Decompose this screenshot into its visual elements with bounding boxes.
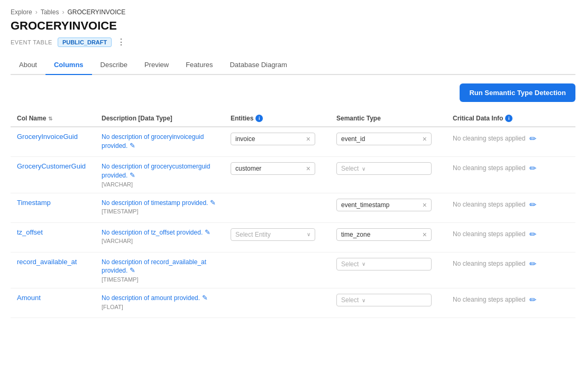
- entity-tag[interactable]: invoice ×: [231, 133, 315, 145]
- col-name-cell: GroceryCustomerGuid: [17, 162, 102, 170]
- table-meta: EVENT TABLE PUBLIC_DRAFT ⋮: [11, 37, 575, 47]
- critical-data-cell: No cleaning steps applied ✏: [453, 199, 569, 210]
- semantic-select-placeholder: Select: [341, 165, 359, 172]
- col-name-value[interactable]: record_available_at: [17, 256, 77, 266]
- data-type: [VARCHAR]: [102, 181, 224, 188]
- breadcrumb-sep-1: ›: [35, 8, 38, 16]
- critical-edit-button[interactable]: ✏: [529, 162, 536, 173]
- semantic-chevron-icon: ∨: [362, 297, 365, 303]
- col-name-value[interactable]: GroceryCustomerGuid: [17, 160, 86, 170]
- semantic-select-placeholder: Select: [341, 260, 359, 268]
- description-text: No description of tz_offset provided.: [102, 229, 203, 236]
- semantic-remove-button[interactable]: ×: [423, 231, 427, 238]
- description-edit-icon[interactable]: ✎: [130, 266, 135, 274]
- semantic-tag[interactable]: event_id ×: [336, 133, 432, 145]
- semantic-tag-value: time_zone: [341, 231, 419, 238]
- semantic-type-cell: event_id ×: [336, 133, 453, 145]
- semantic-remove-button[interactable]: ×: [423, 201, 427, 209]
- entity-cell: customer ×: [231, 162, 336, 175]
- table-row: TimestampNo description of timestamp pro…: [11, 193, 575, 223]
- data-type: [VARCHAR]: [102, 238, 224, 244]
- critical-info-icon[interactable]: i: [505, 115, 512, 122]
- semantic-tag[interactable]: event_timestamp ×: [336, 199, 432, 211]
- description-cell: No description of grocerycustomerguid pr…: [102, 162, 231, 188]
- rows-container: GroceryInvoiceGuidNo description of groc…: [11, 127, 575, 318]
- breadcrumb: Explore › Tables › GROCERYINVOICE: [11, 8, 575, 16]
- th-entities: Entities i: [231, 115, 336, 122]
- entity-chevron-icon: ∨: [307, 231, 310, 237]
- tab-columns[interactable]: Columns: [45, 55, 92, 75]
- tab-database-diagram[interactable]: Database Diagram: [221, 55, 295, 75]
- tab-describe[interactable]: Describe: [92, 55, 136, 75]
- semantic-select[interactable]: Select ∨: [336, 162, 432, 175]
- critical-text: No cleaning steps applied: [453, 294, 525, 303]
- critical-text: No cleaning steps applied: [453, 133, 525, 142]
- critical-text: No cleaning steps applied: [453, 258, 525, 267]
- th-col-name: Col Name ⇅: [17, 115, 102, 122]
- semantic-type-cell: event_timestamp ×: [336, 199, 453, 211]
- critical-edit-button[interactable]: ✏: [529, 258, 536, 269]
- entity-select[interactable]: Select Entity ∨: [231, 228, 315, 241]
- semantic-select[interactable]: Select ∨: [336, 294, 432, 306]
- meta-label: EVENT TABLE: [11, 39, 52, 45]
- semantic-tag[interactable]: time_zone ×: [336, 228, 432, 241]
- semantic-tag-value: event_id: [341, 135, 419, 143]
- critical-edit-button[interactable]: ✏: [529, 199, 536, 210]
- col-name-cell: Timestamp: [17, 199, 102, 207]
- col-name-cell: Amount: [17, 294, 102, 302]
- semantic-remove-button[interactable]: ×: [423, 135, 427, 143]
- semantic-type-cell: Select ∨: [336, 294, 453, 306]
- critical-data-cell: No cleaning steps applied ✏: [453, 162, 569, 173]
- page-title: GROCERYINVOICE: [11, 19, 575, 33]
- more-options-button[interactable]: ⋮: [117, 37, 125, 47]
- breadcrumb-current: GROCERYINVOICE: [67, 8, 125, 16]
- tab-features[interactable]: Features: [177, 55, 221, 75]
- critical-data-cell: No cleaning steps applied ✏: [453, 294, 569, 305]
- col-name-value[interactable]: Amount: [17, 292, 41, 302]
- data-type: [TIMESTAMP]: [102, 276, 224, 283]
- col-name-value[interactable]: GroceryInvoiceGuid: [17, 130, 78, 141]
- entities-info-icon[interactable]: i: [255, 115, 263, 122]
- entity-select-placeholder: Select Entity: [235, 231, 304, 238]
- col-name-value[interactable]: tz_offset: [17, 226, 43, 236]
- description-text: No description of timestamp provided.: [102, 199, 208, 207]
- breadcrumb-sep-2: ›: [62, 8, 64, 16]
- description-cell: No description of groceryinvoiceguid pro…: [102, 133, 231, 151]
- table-row: GroceryInvoiceGuidNo description of groc…: [11, 127, 575, 157]
- description-edit-icon[interactable]: ✎: [205, 228, 210, 236]
- tab-about[interactable]: About: [11, 55, 45, 75]
- col-name-cell: GroceryInvoiceGuid: [17, 133, 102, 141]
- content-area: Run Semantic Type Detection Col Name ⇅ D…: [11, 75, 575, 326]
- semantic-select[interactable]: Select ∨: [336, 258, 432, 270]
- col-name-value[interactable]: Timestamp: [17, 197, 51, 207]
- critical-edit-button[interactable]: ✏: [529, 133, 536, 144]
- description-edit-icon[interactable]: ✎: [130, 142, 135, 150]
- col-name-cell: tz_offset: [17, 228, 102, 236]
- entity-tag-value: customer: [235, 165, 303, 172]
- description-cell: No description of tz_offset provided.✎[V…: [102, 228, 231, 245]
- table-row: tz_offsetNo description of tz_offset pro…: [11, 223, 575, 253]
- entity-cell: Select Entity ∨: [231, 228, 336, 241]
- run-semantic-detection-button[interactable]: Run Semantic Type Detection: [460, 83, 575, 102]
- critical-edit-button[interactable]: ✏: [529, 294, 536, 305]
- tab-preview[interactable]: Preview: [136, 55, 177, 75]
- description-edit-icon[interactable]: ✎: [130, 171, 135, 179]
- breadcrumb-tables[interactable]: Tables: [41, 8, 59, 16]
- description-edit-icon[interactable]: ✎: [210, 199, 216, 207]
- entity-tag[interactable]: customer ×: [231, 162, 315, 175]
- description-text: No description of amount provided.: [102, 294, 200, 302]
- description-edit-icon[interactable]: ✎: [202, 294, 208, 302]
- critical-text: No cleaning steps applied: [453, 228, 525, 238]
- page-wrapper: Explore › Tables › GROCERYINVOICE GROCER…: [0, 0, 586, 392]
- status-badge: PUBLIC_DRAFT: [58, 38, 112, 47]
- entity-remove-button[interactable]: ×: [306, 165, 310, 172]
- description-cell: No description of amount provided.✎[FLOA…: [102, 294, 231, 310]
- breadcrumb-explore[interactable]: Explore: [11, 8, 32, 16]
- critical-data-cell: No cleaning steps applied ✏: [453, 133, 569, 144]
- semantic-type-cell: time_zone ×: [336, 228, 453, 241]
- sort-icon-col-name[interactable]: ⇅: [48, 116, 52, 122]
- entity-remove-button[interactable]: ×: [306, 135, 310, 143]
- table-row: GroceryCustomerGuidNo description of gro…: [11, 157, 575, 193]
- tabs-container: About Columns Describe Preview Features …: [11, 55, 575, 75]
- critical-edit-button[interactable]: ✏: [529, 228, 536, 239]
